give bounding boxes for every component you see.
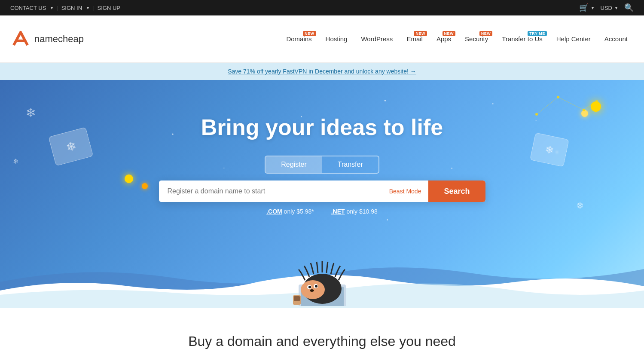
nav-hosting[interactable]: Hosting [320,32,354,46]
svg-point-16 [310,289,314,292]
top-bar-right: 🛒 ▾ USD ▾ 🔍 [579,3,634,12]
svg-point-14 [308,286,311,288]
hero-section: ❄ ❄ • • • • • ❄ • • • • ❄ ❄ Bring your i… [0,80,644,308]
nav-apps[interactable]: NEW Apps [430,32,457,46]
currency-selector[interactable]: USD ▾ [601,5,617,11]
cart-chevron-icon: ▾ [592,6,594,10]
domain-hints: .COM only $5.98* .NET only $10.98 [266,208,378,215]
orb-2 [142,183,148,189]
promo-link[interactable]: Save 71% off yearly FastVPN in December … [228,68,416,75]
beast-mode-toggle[interactable]: Beast Mode [382,180,429,202]
sign-in-link[interactable]: SIGN IN [61,5,82,11]
nav-security-new-badge: NEW [479,31,493,36]
below-hero-section: Buy a domain and everything else you nee… [0,308,644,361]
nav-apps-new-badge: NEW [443,31,456,36]
mascot-hedgehog [275,254,369,306]
com-hint: .COM only $5.98* [266,208,314,215]
net-link[interactable]: .NET [331,208,345,215]
logo[interactable]: namecheap [10,29,84,49]
top-bar: CONTACT US ▾ | SIGN IN ▾ | SIGN UP 🛒 ▾ U… [0,0,644,15]
domain-search-input[interactable] [159,180,382,202]
currency-chevron-icon: ▾ [615,6,617,10]
contact-us-link[interactable]: CONTACT US [10,5,46,11]
com-price: only $5.98* [284,208,314,215]
sign-up-link[interactable]: SIGN UP [98,5,120,11]
cart-icon: 🛒 [579,3,589,12]
main-nav: namecheap NEW Domains Hosting WordPress … [0,15,644,63]
nav-transfer[interactable]: TRY ME Transfer to Us [496,32,548,46]
nav-wordpress[interactable]: WordPress [355,32,399,46]
cart-link[interactable]: 🛒 ▾ [579,3,594,12]
domain-mode-tabs: Register Transfer [265,156,379,174]
signin-chevron-icon: ▾ [87,6,89,10]
hero-title: Bring your ideas to life [201,114,443,140]
transfer-tab[interactable]: Transfer [322,156,378,173]
svg-line-5 [558,97,584,110]
search-button[interactable]: Search [428,180,485,202]
nav-domains[interactable]: NEW Domains [280,32,317,46]
nav-domains-new-badge: NEW [303,31,316,36]
orb-1 [125,174,133,183]
top-bar-left: CONTACT US ▾ | SIGN IN ▾ | SIGN UP [10,5,120,11]
nav-account[interactable]: Account [598,32,634,46]
logo-icon [10,29,31,49]
domain-search-box: Beast Mode Search [159,180,485,202]
nav-items: NEW Domains Hosting WordPress NEW Email … [280,32,634,46]
constellation-decoration [524,89,610,132]
search-icon: 🔍 [624,3,634,12]
mascot-area [275,254,369,308]
com-link[interactable]: .COM [266,208,282,215]
hero-card-right: ❄ [530,132,569,167]
svg-line-4 [537,97,558,114]
nav-email[interactable]: NEW Email [400,32,429,46]
below-title: Buy a domain and everything else you nee… [10,333,634,349]
nav-security[interactable]: NEW Security [459,32,494,46]
top-search-link[interactable]: 🔍 [624,3,634,12]
net-hint: .NET only $10.98 [331,208,378,215]
svg-point-15 [315,285,317,288]
logo-text: namecheap [34,34,84,45]
nav-email-new-badge: NEW [414,31,427,36]
nav-transfer-tryme-badge: TRY ME [528,31,547,36]
register-tab[interactable]: Register [266,156,322,173]
net-price: only $10.98 [346,208,377,215]
svg-rect-18 [294,296,300,301]
nav-help-center[interactable]: Help Center [550,32,597,46]
hero-card-left: ❄ [48,127,93,166]
svg-line-6 [584,101,597,110]
promo-banner: Save 71% off yearly FastVPN in December … [0,63,644,80]
contact-chevron-icon: ▾ [51,6,53,10]
currency-label: USD [601,5,612,11]
